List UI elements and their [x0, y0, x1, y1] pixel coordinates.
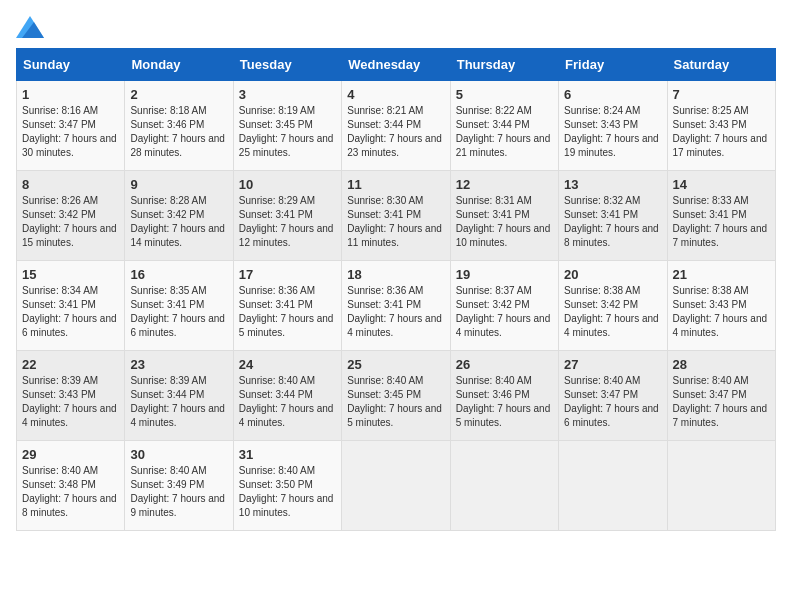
cell-sunrise: Sunrise: 8:24 AM: [564, 105, 640, 116]
cell-sunset: Sunset: 3:42 PM: [564, 299, 638, 310]
day-header-sunday: Sunday: [17, 49, 125, 81]
day-number: 31: [239, 447, 336, 462]
day-number: 10: [239, 177, 336, 192]
page-header: [16, 16, 776, 38]
cell-sunrise: Sunrise: 8:40 AM: [564, 375, 640, 386]
cell-sunrise: Sunrise: 8:35 AM: [130, 285, 206, 296]
cell-daylight: Daylight: 7 hours and 10 minutes.: [239, 493, 334, 518]
day-number: 13: [564, 177, 661, 192]
cell-sunset: Sunset: 3:44 PM: [239, 389, 313, 400]
day-number: 22: [22, 357, 119, 372]
calendar-cell: 14 Sunrise: 8:33 AM Sunset: 3:41 PM Dayl…: [667, 171, 775, 261]
cell-daylight: Daylight: 7 hours and 5 minutes.: [347, 403, 442, 428]
calendar-header: SundayMondayTuesdayWednesdayThursdayFrid…: [17, 49, 776, 81]
cell-sunset: Sunset: 3:47 PM: [673, 389, 747, 400]
cell-sunrise: Sunrise: 8:32 AM: [564, 195, 640, 206]
cell-sunrise: Sunrise: 8:31 AM: [456, 195, 532, 206]
day-header-tuesday: Tuesday: [233, 49, 341, 81]
cell-sunrise: Sunrise: 8:38 AM: [673, 285, 749, 296]
cell-sunset: Sunset: 3:41 PM: [347, 209, 421, 220]
cell-sunset: Sunset: 3:41 PM: [564, 209, 638, 220]
cell-daylight: Daylight: 7 hours and 19 minutes.: [564, 133, 659, 158]
cell-daylight: Daylight: 7 hours and 12 minutes.: [239, 223, 334, 248]
day-number: 17: [239, 267, 336, 282]
cell-sunrise: Sunrise: 8:33 AM: [673, 195, 749, 206]
calendar-cell: [450, 441, 558, 531]
cell-daylight: Daylight: 7 hours and 23 minutes.: [347, 133, 442, 158]
cell-sunset: Sunset: 3:41 PM: [673, 209, 747, 220]
cell-sunrise: Sunrise: 8:25 AM: [673, 105, 749, 116]
cell-daylight: Daylight: 7 hours and 14 minutes.: [130, 223, 225, 248]
day-number: 23: [130, 357, 227, 372]
cell-sunset: Sunset: 3:43 PM: [564, 119, 638, 130]
cell-daylight: Daylight: 7 hours and 5 minutes.: [239, 313, 334, 338]
calendar-week-4: 22 Sunrise: 8:39 AM Sunset: 3:43 PM Dayl…: [17, 351, 776, 441]
calendar-cell: 10 Sunrise: 8:29 AM Sunset: 3:41 PM Dayl…: [233, 171, 341, 261]
day-number: 14: [673, 177, 770, 192]
cell-sunrise: Sunrise: 8:37 AM: [456, 285, 532, 296]
calendar-cell: 3 Sunrise: 8:19 AM Sunset: 3:45 PM Dayli…: [233, 81, 341, 171]
calendar-cell: 7 Sunrise: 8:25 AM Sunset: 3:43 PM Dayli…: [667, 81, 775, 171]
cell-sunset: Sunset: 3:45 PM: [347, 389, 421, 400]
calendar-week-3: 15 Sunrise: 8:34 AM Sunset: 3:41 PM Dayl…: [17, 261, 776, 351]
cell-sunset: Sunset: 3:42 PM: [456, 299, 530, 310]
cell-daylight: Daylight: 7 hours and 4 minutes.: [456, 313, 551, 338]
day-header-saturday: Saturday: [667, 49, 775, 81]
cell-sunrise: Sunrise: 8:40 AM: [456, 375, 532, 386]
cell-daylight: Daylight: 7 hours and 4 minutes.: [564, 313, 659, 338]
day-header-friday: Friday: [559, 49, 667, 81]
day-number: 1: [22, 87, 119, 102]
cell-sunset: Sunset: 3:41 PM: [239, 299, 313, 310]
day-number: 21: [673, 267, 770, 282]
logo: [16, 16, 48, 38]
calendar-cell: 23 Sunrise: 8:39 AM Sunset: 3:44 PM Dayl…: [125, 351, 233, 441]
calendar-cell: 27 Sunrise: 8:40 AM Sunset: 3:47 PM Dayl…: [559, 351, 667, 441]
calendar-cell: 21 Sunrise: 8:38 AM Sunset: 3:43 PM Dayl…: [667, 261, 775, 351]
cell-sunset: Sunset: 3:41 PM: [347, 299, 421, 310]
cell-daylight: Daylight: 7 hours and 17 minutes.: [673, 133, 768, 158]
cell-daylight: Daylight: 7 hours and 6 minutes.: [130, 313, 225, 338]
day-number: 19: [456, 267, 553, 282]
calendar-cell: [559, 441, 667, 531]
cell-daylight: Daylight: 7 hours and 15 minutes.: [22, 223, 117, 248]
day-header-thursday: Thursday: [450, 49, 558, 81]
day-number: 3: [239, 87, 336, 102]
cell-sunset: Sunset: 3:47 PM: [22, 119, 96, 130]
calendar-week-1: 1 Sunrise: 8:16 AM Sunset: 3:47 PM Dayli…: [17, 81, 776, 171]
logo-icon: [16, 16, 44, 38]
cell-daylight: Daylight: 7 hours and 5 minutes.: [456, 403, 551, 428]
cell-daylight: Daylight: 7 hours and 4 minutes.: [130, 403, 225, 428]
cell-sunset: Sunset: 3:42 PM: [22, 209, 96, 220]
cell-sunset: Sunset: 3:41 PM: [456, 209, 530, 220]
cell-daylight: Daylight: 7 hours and 4 minutes.: [239, 403, 334, 428]
calendar-cell: 17 Sunrise: 8:36 AM Sunset: 3:41 PM Dayl…: [233, 261, 341, 351]
day-number: 18: [347, 267, 444, 282]
calendar-cell: 26 Sunrise: 8:40 AM Sunset: 3:46 PM Dayl…: [450, 351, 558, 441]
day-number: 26: [456, 357, 553, 372]
cell-sunrise: Sunrise: 8:16 AM: [22, 105, 98, 116]
calendar-table: SundayMondayTuesdayWednesdayThursdayFrid…: [16, 48, 776, 531]
cell-sunset: Sunset: 3:50 PM: [239, 479, 313, 490]
cell-daylight: Daylight: 7 hours and 9 minutes.: [130, 493, 225, 518]
cell-daylight: Daylight: 7 hours and 30 minutes.: [22, 133, 117, 158]
day-number: 2: [130, 87, 227, 102]
day-number: 8: [22, 177, 119, 192]
calendar-cell: 25 Sunrise: 8:40 AM Sunset: 3:45 PM Dayl…: [342, 351, 450, 441]
cell-sunset: Sunset: 3:45 PM: [239, 119, 313, 130]
calendar-cell: 15 Sunrise: 8:34 AM Sunset: 3:41 PM Dayl…: [17, 261, 125, 351]
day-number: 4: [347, 87, 444, 102]
cell-sunset: Sunset: 3:41 PM: [22, 299, 96, 310]
calendar-cell: 1 Sunrise: 8:16 AM Sunset: 3:47 PM Dayli…: [17, 81, 125, 171]
cell-sunset: Sunset: 3:46 PM: [456, 389, 530, 400]
cell-daylight: Daylight: 7 hours and 25 minutes.: [239, 133, 334, 158]
cell-sunset: Sunset: 3:43 PM: [22, 389, 96, 400]
calendar-cell: [342, 441, 450, 531]
calendar-cell: 28 Sunrise: 8:40 AM Sunset: 3:47 PM Dayl…: [667, 351, 775, 441]
cell-sunrise: Sunrise: 8:40 AM: [347, 375, 423, 386]
calendar-cell: 6 Sunrise: 8:24 AM Sunset: 3:43 PM Dayli…: [559, 81, 667, 171]
day-number: 15: [22, 267, 119, 282]
cell-sunrise: Sunrise: 8:40 AM: [239, 375, 315, 386]
calendar-cell: 12 Sunrise: 8:31 AM Sunset: 3:41 PM Dayl…: [450, 171, 558, 261]
calendar-cell: 13 Sunrise: 8:32 AM Sunset: 3:41 PM Dayl…: [559, 171, 667, 261]
cell-daylight: Daylight: 7 hours and 4 minutes.: [347, 313, 442, 338]
